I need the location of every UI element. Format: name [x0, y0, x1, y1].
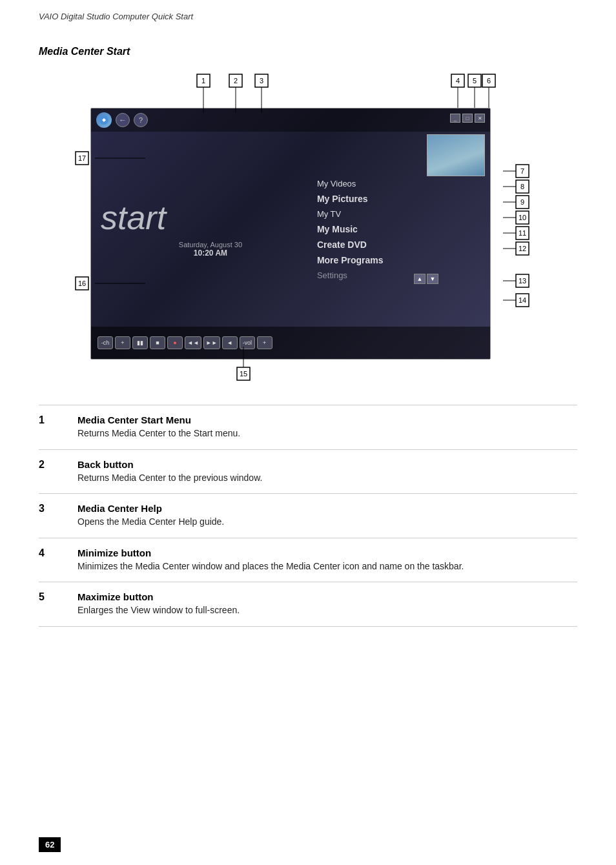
svg-rect-16	[482, 74, 495, 87]
item-number-1: 1	[39, 414, 77, 426]
svg-rect-49	[76, 277, 88, 290]
svg-rect-43	[516, 294, 529, 307]
diagram-area: ← ? _ □ ✕ start Saturday, August 30 10:2…	[39, 69, 577, 392]
svg-rect-4	[229, 74, 242, 87]
svg-text:14: 14	[518, 296, 526, 304]
item-desc-5: Enlarges the View window to full-screen.	[77, 604, 577, 617]
mc-left-panel: start Saturday, August 30 10:20 AM	[91, 132, 311, 327]
menu-my-videos[interactable]: My Videos	[317, 177, 484, 190]
svg-rect-37	[516, 242, 529, 255]
item-desc-1: Returns Media Center to the Start menu.	[77, 427, 577, 440]
item-desc-3: Opens the Media Center Help guide.	[77, 516, 577, 529]
scroll-down-btn[interactable]: ▼	[427, 274, 438, 284]
item-content-3: Media Center Help Opens the Media Center…	[77, 503, 577, 529]
mc-screen: ← ? _ □ ✕ start Saturday, August 30 10:2…	[90, 108, 491, 360]
svg-text:10: 10	[518, 214, 526, 221]
item-number-2: 2	[39, 459, 77, 471]
page-number: 62	[39, 837, 61, 852]
table-row-2: 2 Back button Returns Media Center to th…	[39, 450, 577, 494]
svg-text:17: 17	[78, 154, 86, 162]
item-desc-2: Returns Media Center to the previous win…	[77, 472, 577, 485]
record-btn[interactable]: ●	[167, 336, 183, 349]
svg-rect-28	[516, 196, 529, 209]
svg-rect-1	[197, 74, 210, 87]
svg-rect-25	[516, 180, 529, 193]
item-title-5: Maximize button	[77, 591, 577, 602]
svg-text:9: 9	[520, 198, 524, 206]
svg-rect-34	[516, 227, 529, 239]
mc-minimize-btn[interactable]: _	[450, 114, 460, 123]
vol-up-btn[interactable]: +	[257, 336, 272, 349]
svg-text:8: 8	[520, 183, 524, 190]
item-content-5: Maximize button Enlarges the View window…	[77, 591, 577, 617]
mc-time: 10:20 AM	[101, 249, 301, 258]
scroll-up-btn[interactable]: ▲	[414, 274, 426, 284]
mc-transport-bar: -ch + ▮▮ ■ ● ◄◄ ►► ◄ -vol +	[91, 327, 490, 359]
skip-back-btn[interactable]: ◄	[222, 336, 238, 349]
menu-my-pictures[interactable]: My Pictures	[317, 192, 484, 206]
svg-rect-31	[516, 211, 529, 224]
menu-my-tv[interactable]: My TV	[317, 207, 484, 221]
mc-menu: My Videos My Pictures My TV My Music Cre…	[311, 132, 490, 327]
svg-text:16: 16	[78, 280, 86, 287]
svg-rect-40	[516, 274, 529, 287]
svg-text:13: 13	[518, 277, 526, 285]
mc-date: Saturday, August 30	[101, 241, 301, 249]
items-table: 1 Media Center Start Menu Returns Media …	[39, 405, 577, 627]
section-title: Media Center Start	[0, 28, 616, 69]
item-content-1: Media Center Start Menu Returns Media Ce…	[77, 414, 577, 440]
item-content-2: Back button Returns Media Center to the …	[77, 459, 577, 485]
svg-rect-19	[76, 152, 88, 165]
rew-btn[interactable]: ◄◄	[185, 336, 201, 349]
item-title-2: Back button	[77, 459, 577, 470]
ch-up-btn[interactable]: +	[115, 336, 130, 349]
item-title-4: Minimize button	[77, 547, 577, 558]
stop-btn[interactable]: ■	[150, 336, 165, 349]
svg-text:15: 15	[240, 370, 247, 378]
item-title-1: Media Center Start Menu	[77, 414, 577, 425]
svg-text:7: 7	[520, 167, 524, 175]
item-content-4: Minimize button Minimizes the Media Cent…	[77, 547, 577, 573]
svg-text:12: 12	[518, 245, 526, 252]
mc-window-buttons: _ □ ✕	[450, 114, 485, 123]
menu-create-dvd[interactable]: Create DVD	[317, 238, 484, 252]
mc-help-button[interactable]: ?	[134, 113, 148, 127]
item-desc-4: Minimizes the Media Center window and pl…	[77, 560, 577, 573]
svg-rect-10	[451, 74, 464, 87]
item-number-3: 3	[39, 503, 77, 514]
svg-text:11: 11	[518, 229, 526, 237]
page-header: VAIO Digital Studio Computer Quick Start	[0, 0, 616, 28]
menu-my-music[interactable]: My Music	[317, 222, 484, 236]
mc-close-btn[interactable]: ✕	[475, 114, 485, 123]
item-title-3: Media Center Help	[77, 503, 577, 514]
mc-maximize-btn[interactable]: □	[462, 114, 473, 123]
table-row-1: 1 Media Center Start Menu Returns Media …	[39, 405, 577, 450]
vol-down-btn[interactable]: -vol	[240, 336, 255, 349]
svg-text:3: 3	[260, 77, 263, 85]
fwd-btn[interactable]: ►►	[203, 336, 220, 349]
svg-text:6: 6	[487, 77, 491, 85]
svg-text:5: 5	[473, 77, 477, 85]
svg-text:1: 1	[201, 77, 205, 85]
table-row-5: 5 Maximize button Enlarges the View wind…	[39, 582, 577, 627]
svg-text:4: 4	[456, 77, 460, 85]
ch-down-btn[interactable]: -ch	[98, 336, 113, 349]
mc-logo-icon	[96, 112, 112, 128]
svg-text:2: 2	[234, 77, 238, 85]
svg-rect-22	[516, 165, 529, 178]
mc-scroll-arrows: ▲ ▼	[414, 274, 438, 284]
mc-start-text: start	[101, 201, 301, 234]
mc-content: start Saturday, August 30 10:20 AM My Vi…	[91, 132, 490, 327]
table-row-4: 4 Minimize button Minimizes the Media Ce…	[39, 538, 577, 583]
mc-topbar: ← ? _ □ ✕	[91, 108, 490, 132]
svg-rect-13	[468, 74, 481, 87]
svg-rect-7	[255, 74, 268, 87]
table-row-3: 3 Media Center Help Opens the Media Cent…	[39, 494, 577, 538]
menu-more-programs[interactable]: More Programs	[317, 253, 484, 267]
mc-back-button[interactable]: ←	[116, 113, 130, 127]
item-number-4: 4	[39, 547, 77, 559]
svg-rect-46	[237, 367, 250, 380]
item-number-5: 5	[39, 591, 77, 603]
menu-settings[interactable]: Settings	[317, 269, 484, 282]
pause-btn[interactable]: ▮▮	[132, 336, 148, 349]
